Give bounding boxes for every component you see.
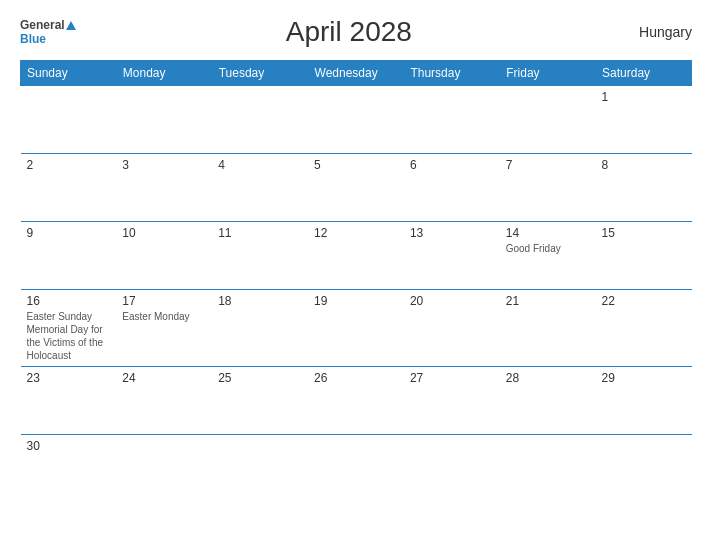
day-number: 23 (27, 371, 111, 385)
calendar-cell (308, 435, 404, 495)
day-number: 26 (314, 371, 398, 385)
logo: General Blue (20, 18, 76, 46)
day-number: 2 (27, 158, 111, 172)
calendar-cell: 11 (212, 222, 308, 290)
country-label: Hungary (622, 24, 692, 40)
calendar-cell (116, 435, 212, 495)
calendar-row-3: 16Easter SundayMemorial Day for the Vict… (21, 290, 692, 367)
day-header-tuesday: Tuesday (212, 61, 308, 86)
calendar-table: SundayMondayTuesdayWednesdayThursdayFrid… (20, 60, 692, 495)
calendar-cell: 22 (596, 290, 692, 367)
day-number: 3 (122, 158, 206, 172)
day-number: 8 (602, 158, 686, 172)
calendar-cell: 25 (212, 367, 308, 435)
day-number: 25 (218, 371, 302, 385)
calendar-cell: 13 (404, 222, 500, 290)
calendar-row-0: 1 (21, 86, 692, 154)
calendar-cell (308, 86, 404, 154)
day-number: 6 (410, 158, 494, 172)
event-text: Good Friday (506, 242, 590, 255)
calendar-cell (404, 86, 500, 154)
calendar-cell: 5 (308, 154, 404, 222)
logo-arrow-icon (66, 21, 76, 30)
day-number: 18 (218, 294, 302, 308)
calendar-cell (21, 86, 117, 154)
calendar-cell: 9 (21, 222, 117, 290)
calendar-cell: 30 (21, 435, 117, 495)
calendar-cell: 17Easter Monday (116, 290, 212, 367)
calendar-cell: 2 (21, 154, 117, 222)
day-header-monday: Monday (116, 61, 212, 86)
day-header-saturday: Saturday (596, 61, 692, 86)
day-number: 24 (122, 371, 206, 385)
calendar-cell (500, 86, 596, 154)
day-number: 1 (602, 90, 686, 104)
day-number: 28 (506, 371, 590, 385)
calendar-cell: 14Good Friday (500, 222, 596, 290)
calendar-row-4: 23242526272829 (21, 367, 692, 435)
calendar-cell: 27 (404, 367, 500, 435)
calendar-cell (212, 435, 308, 495)
calendar-cell: 8 (596, 154, 692, 222)
day-number: 21 (506, 294, 590, 308)
day-number: 17 (122, 294, 206, 308)
calendar-cell: 19 (308, 290, 404, 367)
calendar-cell: 26 (308, 367, 404, 435)
calendar-cell: 21 (500, 290, 596, 367)
day-number: 30 (27, 439, 111, 453)
calendar-cell: 28 (500, 367, 596, 435)
event-text: Easter Sunday (27, 310, 111, 323)
header: General Blue April 2028 Hungary (20, 16, 692, 48)
calendar-cell: 12 (308, 222, 404, 290)
calendar-header-row: SundayMondayTuesdayWednesdayThursdayFrid… (21, 61, 692, 86)
calendar-cell: 18 (212, 290, 308, 367)
day-number: 13 (410, 226, 494, 240)
day-number: 27 (410, 371, 494, 385)
day-number: 4 (218, 158, 302, 172)
calendar-cell: 24 (116, 367, 212, 435)
page: General Blue April 2028 Hungary SundayMo… (0, 0, 712, 550)
calendar-cell: 20 (404, 290, 500, 367)
calendar-cell: 15 (596, 222, 692, 290)
day-number: 19 (314, 294, 398, 308)
calendar-cell: 16Easter SundayMemorial Day for the Vict… (21, 290, 117, 367)
day-header-thursday: Thursday (404, 61, 500, 86)
logo-blue-text: Blue (20, 32, 46, 46)
calendar-cell: 29 (596, 367, 692, 435)
calendar-cell: 6 (404, 154, 500, 222)
calendar-cell: 1 (596, 86, 692, 154)
day-number: 14 (506, 226, 590, 240)
calendar-cell: 23 (21, 367, 117, 435)
day-number: 16 (27, 294, 111, 308)
day-number: 10 (122, 226, 206, 240)
day-number: 9 (27, 226, 111, 240)
day-header-wednesday: Wednesday (308, 61, 404, 86)
day-number: 20 (410, 294, 494, 308)
calendar-row-1: 2345678 (21, 154, 692, 222)
calendar-cell (596, 435, 692, 495)
calendar-cell: 7 (500, 154, 596, 222)
day-number: 12 (314, 226, 398, 240)
calendar-title: April 2028 (76, 16, 622, 48)
calendar-cell: 3 (116, 154, 212, 222)
event-text: Memorial Day for the Victims of the Holo… (27, 323, 111, 362)
calendar-cell (212, 86, 308, 154)
calendar-row-5: 30 (21, 435, 692, 495)
logo-general-text: General (20, 18, 65, 32)
day-header-friday: Friday (500, 61, 596, 86)
day-number: 11 (218, 226, 302, 240)
calendar-cell: 4 (212, 154, 308, 222)
event-text: Easter Monday (122, 310, 206, 323)
day-number: 29 (602, 371, 686, 385)
calendar-row-2: 91011121314Good Friday15 (21, 222, 692, 290)
calendar-cell (116, 86, 212, 154)
calendar-cell (404, 435, 500, 495)
day-number: 15 (602, 226, 686, 240)
day-number: 7 (506, 158, 590, 172)
day-header-sunday: Sunday (21, 61, 117, 86)
day-number: 22 (602, 294, 686, 308)
calendar-cell (500, 435, 596, 495)
day-number: 5 (314, 158, 398, 172)
calendar-cell: 10 (116, 222, 212, 290)
